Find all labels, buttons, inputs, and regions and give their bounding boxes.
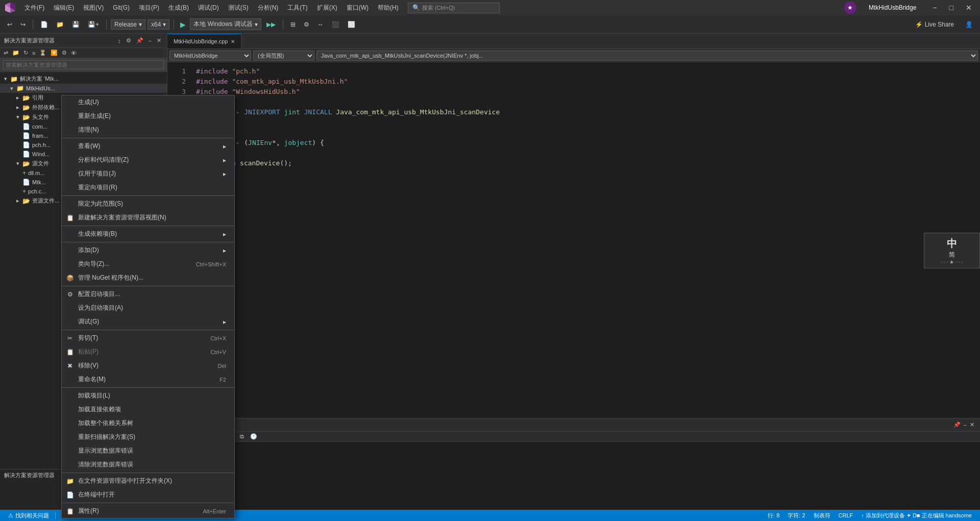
tree-sync-btn[interactable]: ⇌ (2, 49, 10, 57)
ctx-item-15[interactable]: 类向导(Z)...Ctrl+Shift+X (62, 257, 234, 271)
menu-edit[interactable]: 编辑(E) (50, 2, 78, 14)
tree-filter-btn[interactable]: 🔽 (49, 49, 59, 57)
ctx-item-34[interactable]: 📁在文件资源管理器中打开文件夹(X) (62, 474, 234, 488)
ctx-item-32[interactable]: 清除浏览数据库错误 (62, 458, 234, 472)
ctx-item-30[interactable]: 重新扫描解决方案(S) (62, 430, 234, 444)
menu-tools[interactable]: 工具(T) (283, 2, 311, 14)
search-solution-box[interactable] (0, 58, 167, 72)
ctx-item-27[interactable]: 卸载项目(L) (62, 389, 234, 403)
platform-dropdown[interactable]: x64 ▾ (148, 19, 169, 30)
ctx-item-25[interactable]: 重命名(M)F2 (62, 373, 234, 386)
sync-button[interactable]: ↕ (116, 37, 122, 44)
maximize-button[interactable]: □ (945, 4, 958, 12)
ctx-item-20[interactable]: 调试(G)▸ (62, 315, 234, 329)
pin-button[interactable]: 📌 (135, 37, 145, 44)
tree-collapse-btn[interactable]: ≡ (31, 49, 37, 57)
menu-test[interactable]: 测试(S) (224, 2, 253, 14)
status-line-ending[interactable]: CRLF (835, 512, 857, 519)
toolbar-misc5[interactable]: ⬜ (345, 20, 358, 29)
toolbar-misc4[interactable]: ⬛ (329, 20, 342, 29)
ctx-separator-8 (62, 195, 234, 196)
menu-help[interactable]: 帮助(H) (374, 2, 403, 14)
toolbar-new[interactable]: 📄 (37, 20, 51, 29)
tree-folder-btn[interactable]: 📁 (11, 49, 21, 57)
toolbar-misc1[interactable]: ⊞ (287, 20, 299, 29)
minimize-panel-button[interactable]: − (147, 37, 153, 44)
ctx-item-35[interactable]: 📄在终端中打开 (62, 488, 234, 502)
toolbar-run2[interactable]: ▶▶ (263, 20, 279, 29)
fold-arrow-6[interactable]: ▸ (236, 138, 244, 148)
ctx-item-18[interactable]: ⚙配置启动项目... (62, 287, 234, 301)
ctx-item-29[interactable]: 加载整个依赖关系树 (62, 416, 234, 430)
toolbar-misc3[interactable]: ↔ (314, 20, 327, 29)
ctx-item-19[interactable]: 设为启动项目(A) (62, 301, 234, 315)
ctx-item-2[interactable]: 清理(N) (62, 123, 234, 137)
tab-close-icon[interactable]: ✕ (231, 39, 235, 44)
output-clock-btn[interactable]: 🕐 (248, 433, 259, 440)
menu-debug[interactable]: 调试(D) (194, 2, 223, 14)
toolbar-profile[interactable]: 👤 (962, 20, 976, 29)
code-content[interactable]: #include "pch.h" #include "com_mtk_api_u… (188, 62, 980, 418)
ctx-item-16[interactable]: 📦管理 NuGet 程序包(N)... (62, 271, 234, 285)
ctx-item-22[interactable]: ✂剪切(T)Ctrl+X (62, 331, 234, 345)
menu-analyze[interactable]: 分析(N) (254, 2, 283, 14)
ctx-item-0[interactable]: 生成(U) (62, 95, 234, 109)
menu-project[interactable]: 项目(P) (135, 2, 163, 14)
tree-item-project[interactable]: ▾ 📁 MtkHidUs... (0, 84, 167, 93)
toolbar-save-all[interactable]: 💾+ (85, 20, 102, 29)
tree-item-solution[interactable]: ▾ 📁 解决方案 'Mtk... (0, 74, 167, 84)
status-line[interactable]: 行: 8 (764, 512, 783, 519)
status-char[interactable]: 字符: 2 (783, 512, 809, 519)
editor-tab-active[interactable]: MtkHidUsbBridge.cpp ✕ (167, 34, 241, 48)
close-button[interactable]: ✕ (962, 4, 976, 12)
ctx-item-4[interactable]: 查看(W)▸ (62, 139, 234, 153)
menu-git[interactable]: Git(G) (109, 2, 134, 13)
ctx-item-24[interactable]: ✖移除(V)Del (62, 359, 234, 373)
tree-view-btn[interactable]: 👁 (69, 49, 78, 57)
ctx-item-10[interactable]: 📋新建解决方案资源管理器视图(N) (62, 211, 234, 225)
tree-refresh-btn[interactable]: ↻ (22, 49, 30, 57)
ctx-item-5[interactable]: 分析和代码清理(Z)▸ (62, 153, 234, 167)
ctx-item-1[interactable]: 重新生成(E) (62, 109, 234, 123)
ctx-item-7[interactable]: 重定向项目(R) (62, 181, 234, 194)
ctx-item-31[interactable]: 显示浏览数据库错误 (62, 444, 234, 458)
ctx-item-37[interactable]: 📋属性(R)Alt+Enter (62, 504, 234, 518)
live-share-button[interactable]: ⚡ Live Share (911, 20, 958, 29)
fold-arrow-5[interactable]: ▸ (236, 107, 244, 117)
minimize-button[interactable]: − (928, 4, 941, 12)
output-copy-btn[interactable]: ⧉ (238, 433, 246, 440)
tree-pending-btn[interactable]: ⏳ (38, 49, 48, 57)
toolbar-save[interactable]: 💾 (69, 20, 83, 29)
search-solution-input[interactable] (3, 60, 164, 69)
status-encoding[interactable]: 制表符 (810, 512, 835, 519)
settings-button[interactable]: ⚙ (125, 37, 133, 44)
ctx-item-6[interactable]: 仅用于项目(J)▸ (62, 167, 234, 181)
close-panel-button[interactable]: ✕ (155, 37, 163, 44)
menu-file[interactable]: 文件(F) (20, 2, 48, 14)
ctx-item-14[interactable]: 添加(D)▸ (62, 243, 234, 257)
user-avatar[interactable]: ★ (844, 2, 856, 14)
toolbar-undo[interactable]: ↩ (4, 20, 15, 29)
ctx-item-28[interactable]: 加载直接依赖项 (62, 403, 234, 416)
nav-scope-dropdown[interactable]: (全局范围) (253, 51, 314, 61)
run-config-dropdown[interactable]: 本地 Windows 调试器 ▾ (190, 18, 261, 30)
toolbar-misc2[interactable]: ⚙ (301, 20, 312, 29)
nav-left-dropdown[interactable]: MtkHidUsbBridge (169, 51, 251, 61)
bottom-close-btn[interactable]: ✕ (968, 421, 976, 429)
menu-view[interactable]: 视图(V) (79, 2, 108, 14)
menu-window[interactable]: 窗口(W) (342, 2, 373, 14)
run-button[interactable]: ▶ (178, 19, 188, 30)
ctx-item-9[interactable]: 限定为此范围(S) (62, 197, 234, 211)
toolbar-open[interactable]: 📁 (53, 20, 67, 29)
menu-build[interactable]: 生成(B) (164, 2, 193, 14)
bottom-pin-btn[interactable]: 📌 (952, 421, 962, 429)
search-box[interactable]: 🔍 搜索 (Ctrl+Q) (408, 3, 500, 13)
ctx-item-12[interactable]: 生成依赖项(B)▸ (62, 227, 234, 241)
tree-settings2-btn[interactable]: ⚙ (60, 49, 68, 57)
toolbar-redo[interactable]: ↪ (17, 20, 29, 29)
menu-extensions[interactable]: 扩展(X) (313, 2, 341, 14)
status-issue[interactable]: ⚠ 找到相关问题 (4, 512, 53, 519)
nav-right-dropdown[interactable]: Java_com_mtk_api_usb_MtkUsbJni_scanDevic… (316, 51, 978, 61)
bottom-min-btn[interactable]: − (962, 421, 968, 429)
release-dropdown[interactable]: Release ▾ (111, 19, 145, 30)
